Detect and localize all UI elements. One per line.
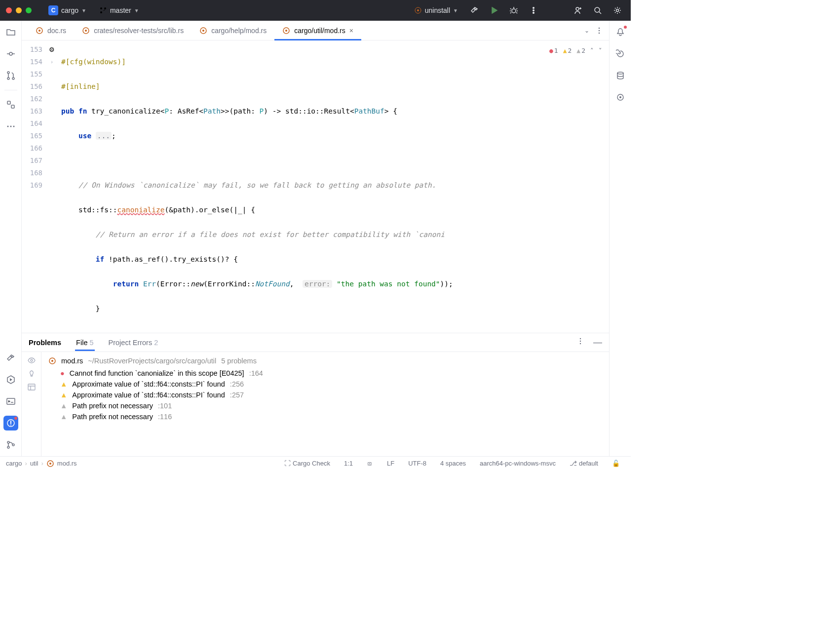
git-icon: [6, 440, 16, 450]
project-name: cargo: [61, 6, 78, 14]
inspection-widget[interactable]: ●1 ▲2 ▲2 ˄ ˅: [549, 44, 602, 57]
play-icon: [490, 6, 498, 14]
svg-point-43: [51, 360, 53, 362]
svg-point-5: [512, 9, 516, 13]
svg-point-7: [533, 10, 535, 11]
encoding[interactable]: UTF-8: [403, 460, 431, 467]
more-actions-button[interactable]: [526, 3, 541, 18]
editor-tab[interactable]: doc.rs: [28, 21, 74, 40]
next-highlight-button[interactable]: ˅: [599, 44, 602, 57]
gutter-icons: ⚙ ›: [45, 40, 58, 333]
code-with-me-button[interactable]: [571, 3, 585, 18]
svg-point-4: [417, 9, 419, 11]
analyzer-status[interactable]: ⛶Cargo Check: [279, 460, 335, 467]
problems-tab[interactable]: Problems: [29, 339, 61, 347]
vcs-tool-button[interactable]: [3, 437, 18, 452]
problem-item[interactable]: ▲Approximate value of `std::f64::consts:…: [48, 390, 602, 400]
zoom-window-button[interactable]: [26, 7, 32, 13]
branch-name: master: [110, 6, 131, 14]
reader-mode-toggle[interactable]: ⦻: [362, 460, 378, 467]
problems-side-toolbar: [22, 352, 41, 456]
prev-highlight-button[interactable]: ˄: [590, 44, 594, 57]
line-ending[interactable]: LF: [382, 460, 399, 467]
svg-rect-16: [7, 101, 10, 104]
editor-tab[interactable]: crates/resolver-tests/src/lib.rs: [74, 21, 191, 40]
lock-icon[interactable]: 🔓: [607, 460, 625, 467]
kebab-icon[interactable]: [595, 27, 603, 35]
pull-requests-tool-button[interactable]: [3, 68, 18, 83]
svg-point-44: [617, 72, 623, 74]
svg-point-18: [7, 126, 8, 127]
problem-item[interactable]: ▲Approximate value of `std::f64::consts:…: [48, 379, 602, 390]
target[interactable]: aarch64-pc-windows-msvc: [475, 460, 561, 467]
close-tab-button[interactable]: ×: [349, 27, 353, 35]
problem-item[interactable]: ▲Path prefix not necessary:101: [48, 400, 602, 411]
svg-point-36: [599, 32, 600, 34]
problem-item[interactable]: ●Cannot find function `canonialize` in t…: [48, 368, 602, 379]
svg-point-14: [7, 78, 9, 79]
minimize-window-button[interactable]: [16, 7, 22, 13]
code-area[interactable]: #[cfg(windows)] #[inline] pub fn try_can…: [58, 40, 609, 333]
hide-panel-button[interactable]: —: [593, 337, 602, 348]
project-selector[interactable]: C cargo ▼: [44, 3, 90, 17]
chevron-down-icon[interactable]: ⌄: [584, 27, 589, 34]
editor-tab-active[interactable]: cargo/util/mod.rs ×: [274, 21, 361, 40]
notification-dot: [624, 26, 627, 29]
svg-rect-17: [11, 105, 14, 108]
commit-tool-button[interactable]: [3, 46, 18, 61]
rust-gear-icon: [616, 93, 625, 102]
kebab-icon: [530, 6, 537, 14]
project-tool-button[interactable]: [3, 25, 18, 39]
tab-label: cargo/help/mod.rs: [211, 27, 267, 35]
structure-tool-button[interactable]: [3, 97, 18, 112]
close-window-button[interactable]: [6, 7, 12, 13]
build-button[interactable]: [467, 3, 482, 18]
database-button[interactable]: [613, 68, 628, 83]
gutter: 153 154 155 156 162 163 164 165 166 167 …: [22, 40, 45, 333]
svg-point-10: [595, 7, 600, 12]
notifications-button[interactable]: [613, 25, 628, 39]
tab-label: doc.rs: [47, 27, 66, 35]
warning-badge-icon: ▲: [563, 44, 567, 57]
gear-gutter-icon[interactable]: ⚙: [49, 43, 55, 56]
tab-label: cargo/util/mod.rs: [294, 27, 345, 35]
breadcrumb[interactable]: cargo› util› mod.rs: [6, 460, 77, 468]
spiral-icon: [616, 49, 625, 58]
indent[interactable]: 4 spaces: [435, 460, 471, 467]
person-plus-icon: [573, 6, 582, 15]
svg-point-24: [7, 446, 9, 448]
bulb-icon[interactable]: [28, 370, 36, 378]
search-button[interactable]: [590, 3, 605, 18]
build-tool-button[interactable]: [3, 351, 18, 365]
svg-point-27: [38, 30, 40, 32]
problems-file-header[interactable]: mod.rs ~/RustRoverProjects/cargo/src/car…: [48, 357, 602, 365]
problem-item[interactable]: ▲Path prefix not necessary:116: [48, 411, 602, 422]
chevron-down-icon: ▼: [453, 8, 458, 13]
file-tab[interactable]: File5: [76, 339, 93, 347]
run-config-selector[interactable]: uninstall ▼: [410, 4, 462, 16]
kebab-icon[interactable]: [576, 337, 584, 345]
svg-point-6: [533, 7, 535, 9]
services-tool-button[interactable]: [3, 372, 18, 387]
editor[interactable]: 153 154 155 156 162 163 164 165 166 167 …: [22, 40, 609, 333]
settings-button[interactable]: [610, 3, 625, 18]
run-button[interactable]: [487, 3, 501, 18]
branch-selector[interactable]: master ▼: [95, 4, 143, 16]
fold-icon[interactable]: ›: [51, 56, 53, 68]
debug-button[interactable]: [506, 3, 521, 18]
svg-point-9: [576, 7, 579, 10]
layout-icon[interactable]: [27, 383, 36, 391]
caret-position[interactable]: 1:1: [339, 460, 358, 467]
rust-icon: [36, 27, 43, 35]
problems-tool-button[interactable]: [3, 416, 18, 430]
project-errors-tab[interactable]: Project Errors2: [109, 339, 158, 347]
svg-point-46: [619, 96, 621, 98]
cargo-button[interactable]: [613, 90, 628, 105]
eye-icon[interactable]: [27, 356, 36, 365]
profile[interactable]: ⎇default: [565, 460, 603, 467]
more-tools-button[interactable]: [3, 119, 18, 134]
ai-assistant-button[interactable]: [613, 46, 628, 61]
terminal-tool-button[interactable]: [3, 394, 18, 409]
svg-point-0: [100, 7, 102, 9]
editor-tab[interactable]: cargo/help/mod.rs: [191, 21, 274, 40]
